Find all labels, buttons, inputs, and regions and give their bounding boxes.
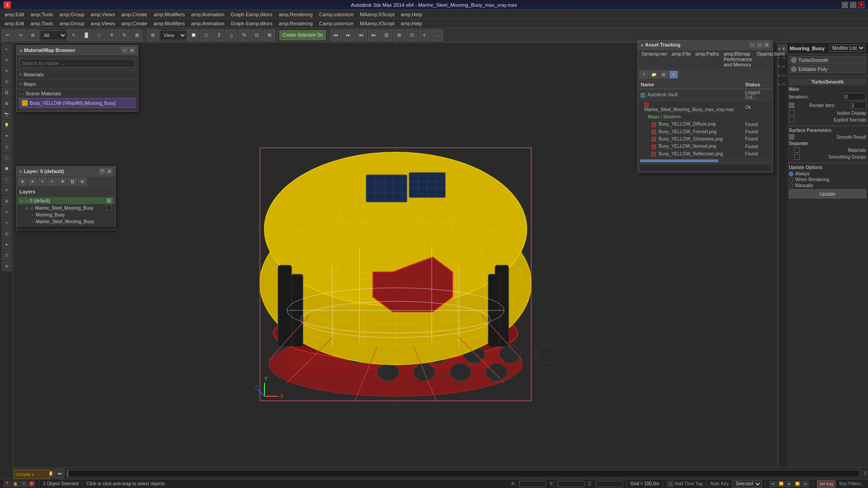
toolbar-select[interactable]: ↖: [68, 29, 80, 41]
toolbar-layers[interactable]: ≡: [419, 29, 430, 41]
layer-check-1[interactable]: ✓: [106, 198, 112, 203]
layer-link-btn[interactable]: ⛓: [68, 178, 77, 186]
at-btn-1[interactable]: ?: [639, 70, 648, 79]
left-bone[interactable]: ━: [2, 207, 12, 217]
menu2-help[interactable]: amp;Help: [398, 20, 425, 27]
radio-manually[interactable]: Manually: [789, 183, 866, 188]
status-icon-1[interactable]: 📍: [4, 481, 11, 487]
menu2-maxscript[interactable]: MAamp;XScript: [357, 20, 397, 27]
at-btn-4[interactable]: ≡: [669, 70, 678, 79]
at-btn-3[interactable]: ⊞: [659, 70, 668, 79]
left-dynamics[interactable]: ⊞: [2, 196, 12, 206]
toolbar-undo[interactable]: ↩: [2, 29, 14, 41]
at-menu-paths[interactable]: amp;Paths: [693, 51, 721, 68]
menu2-rendering[interactable]: amp;Rendering: [276, 20, 315, 27]
at-menu-file[interactable]: amp;File: [670, 51, 693, 68]
menu2-graph-editors[interactable]: Graph Eamp;ditors: [228, 20, 275, 27]
layers-help[interactable]: ?: [99, 168, 105, 174]
at-row-normal[interactable]: Buoy_YELLOW_Normal.png Found: [638, 143, 773, 150]
modifier-editable-poly[interactable]: Editable Poly: [789, 65, 866, 73]
toolbar-snap4[interactable]: △: [226, 29, 237, 41]
left-view2[interactable]: ●: [2, 239, 12, 249]
menu2-group[interactable]: amp;Group: [57, 20, 87, 27]
at-row-glossness[interactable]: Buoy_YELLOW_Glossness.png Found: [638, 136, 773, 143]
asset-tracking-minimize[interactable]: ─: [749, 42, 755, 48]
layer-expand-2[interactable]: ▷: [26, 206, 29, 210]
toolbar-select-filter[interactable]: ▤: [27, 29, 39, 41]
menu-help[interactable]: amp;Help: [398, 11, 425, 18]
modifier-list-select[interactable]: Modifier List: [829, 44, 865, 52]
layer-box-1[interactable]: [106, 205, 112, 211]
at-row-frensel[interactable]: Buoy_YELLOW_Frensel.png Found: [638, 128, 773, 135]
menu-animation[interactable]: amp;Animation: [189, 11, 227, 18]
tab-objectpaint[interactable]: Obj: [779, 71, 787, 80]
materials-checkbox[interactable]: [794, 147, 800, 153]
add-time-tag-icon[interactable]: ⊡: [667, 481, 674, 487]
toolbar-pct[interactable]: %: [238, 29, 250, 41]
pb-2[interactable]: ⏪: [778, 481, 785, 487]
layers-scrollbar-h[interactable]: [17, 226, 115, 230]
at-menu-options[interactable]: Opamp;tions: [755, 51, 787, 68]
layer-add-btn[interactable]: +: [38, 178, 47, 186]
at-row-diffuse[interactable]: Buoy_YELLOW_Diffuse.png Found: [638, 121, 773, 128]
left-link[interactable]: ⛓: [2, 88, 12, 98]
status-icon-3[interactable]: ⚙: [20, 481, 27, 487]
left-particle[interactable]: ✶: [2, 185, 12, 195]
at-row-reflecnion[interactable]: Buoy_YELLOW_Reflecnion.png Found: [638, 150, 773, 157]
mat-item-buoy-yellow[interactable]: Buoy_YELLOW (VRayMtl) [Mooring_Buoy]: [19, 98, 135, 108]
left-shape[interactable]: ⬟: [2, 164, 12, 174]
status-icon-4[interactable]: 🔴: [28, 481, 35, 487]
menu2-customize[interactable]: Camp;ustomize: [316, 20, 356, 27]
toolbar-offset[interactable]: ⊡: [251, 29, 263, 41]
pb-3[interactable]: ▶: [786, 481, 793, 487]
layer-freeze-btn[interactable]: ❄: [18, 178, 27, 186]
menu-modifiers[interactable]: amp;Modifiers: [151, 11, 188, 18]
minimize-button[interactable]: ─: [842, 2, 848, 8]
at-menu-bitmap[interactable]: amp;Bitmap Performance and Memory: [722, 51, 754, 68]
smooth-result-checkbox[interactable]: [789, 134, 794, 140]
toolbar-anim1[interactable]: ⏮: [330, 29, 342, 41]
layer-props-btn[interactable]: ⚙: [78, 178, 87, 186]
menu-customize[interactable]: Camp;ustomize: [316, 11, 356, 18]
menu-edit[interactable]: amp;Edit: [2, 11, 27, 18]
layer-marine-steel[interactable]: ▷ ≡ Marine_Steel_Mooring_Buoy: [23, 204, 114, 211]
left-view4[interactable]: ⊗: [2, 261, 12, 271]
toolbar-snap3[interactable]: 3: [213, 29, 225, 41]
radio-always[interactable]: Always: [789, 171, 866, 176]
toolbar-rect-select[interactable]: □: [93, 29, 105, 41]
render-iters-checkbox[interactable]: [789, 103, 794, 108]
toolbar-more[interactable]: …: [431, 29, 443, 41]
toolbar-snap[interactable]: 🔲: [188, 29, 199, 41]
toolbar-reference[interactable]: ⊞: [147, 29, 159, 41]
left-space[interactable]: ⊡: [2, 142, 12, 152]
layers-close[interactable]: ✕: [106, 168, 113, 174]
create-selection-button[interactable]: Create Selection Se: [279, 30, 326, 40]
left-view1[interactable]: ◎: [2, 229, 12, 239]
layer-marine-steel-2[interactable]: ○ Marine_Steel_Mooring_Buoy: [28, 218, 114, 225]
isoline-checkbox[interactable]: [789, 110, 794, 116]
select-filter-dropdown[interactable]: All: [40, 30, 67, 40]
close-button[interactable]: ✕: [858, 2, 864, 8]
left-select[interactable]: ↖: [2, 44, 12, 54]
toolbar-move[interactable]: ✛: [106, 29, 118, 41]
at-btn-2[interactable]: 📁: [649, 70, 658, 79]
modifier-turbosmooth[interactable]: TurboSmooth: [789, 56, 866, 64]
menu-maxscript[interactable]: MAamp;XScript: [357, 11, 397, 18]
left-move[interactable]: ✛: [2, 55, 12, 65]
status-icon-2[interactable]: 🔒: [12, 481, 19, 487]
menu2-edit[interactable]: amp;Edit: [2, 20, 27, 27]
menu-graph-editors[interactable]: Graph Eamp;ditors: [228, 11, 275, 18]
material-search-input[interactable]: [19, 59, 135, 68]
left-view3[interactable]: ⊙: [2, 250, 12, 260]
radio-when-rendering[interactable]: When Rendering: [789, 177, 866, 182]
materials-header[interactable]: + Materials: [19, 72, 135, 77]
explicit-normals-checkbox[interactable]: [789, 117, 794, 122]
toolbar-anim3[interactable]: ⏮: [355, 29, 367, 41]
radio-manually-btn[interactable]: [789, 183, 793, 188]
left-unlink[interactable]: ⊠: [2, 99, 12, 108]
layer-select-btn[interactable]: ↖: [48, 178, 57, 186]
toolbar-rotate[interactable]: ↻: [118, 29, 130, 41]
layer-expand-1[interactable]: ▷: [20, 198, 24, 203]
scene-materials-header[interactable]: - - Scene Materials: [19, 91, 135, 96]
asset-tracking-close[interactable]: ✕: [764, 42, 770, 48]
